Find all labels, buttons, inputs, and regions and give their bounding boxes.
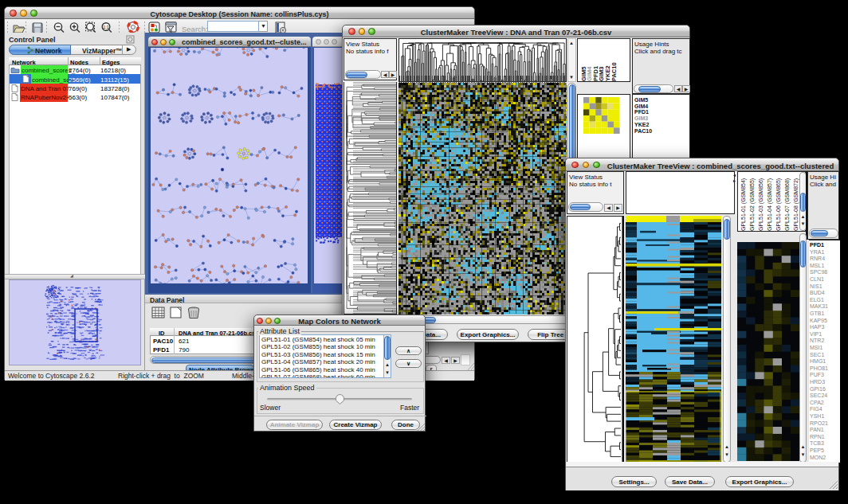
svg-text:GPL51-01 (GSM854): GPL51-01 (GSM854) xyxy=(740,178,747,231)
svg-text:PAC10: PAC10 xyxy=(610,62,618,81)
svg-text:GPL51-08 (GSM872): GPL51-08 (GSM872) xyxy=(793,178,799,231)
svg-text:1:1: 1:1 xyxy=(103,25,109,29)
svg-text:GPL51-07 (GSM868): GPL51-07 (GSM868) xyxy=(784,178,791,231)
svg-text:GPL51-02 (GSM855): GPL51-02 (GSM855) xyxy=(749,178,756,231)
svg-text:GPL51-03 (GSM856): GPL51-03 (GSM856) xyxy=(758,178,764,231)
svg-text:GPL51-04 (GSM857): GPL51-04 (GSM857) xyxy=(767,178,773,231)
svg-text:GPL51-06 (GSM865): GPL51-06 (GSM865) xyxy=(775,178,782,231)
